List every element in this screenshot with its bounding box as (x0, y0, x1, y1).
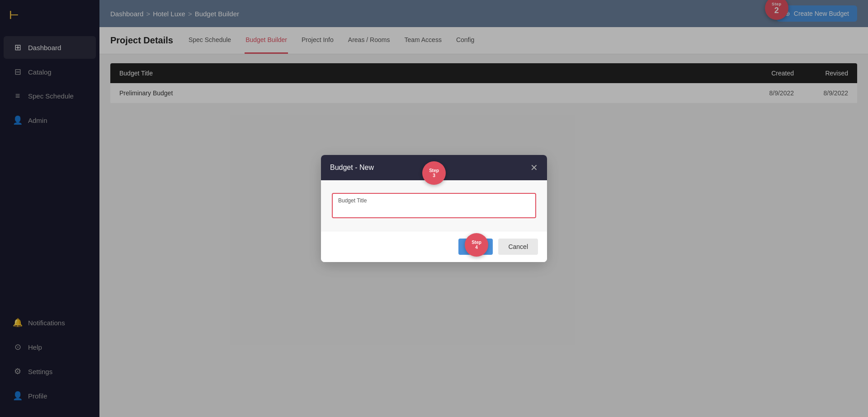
modal-overlay: Budget - New ✕ Step 3 Budget Title Step … (0, 0, 868, 417)
budget-new-modal: Budget - New ✕ Step 3 Budget Title Step … (321, 155, 547, 262)
modal-close-button[interactable]: ✕ (530, 163, 538, 172)
modal-title: Budget - New (330, 164, 374, 172)
modal-body: Step 3 Budget Title (321, 180, 547, 231)
budget-title-input-wrapper: Budget Title (332, 193, 536, 218)
step-3-badge: Step 3 (422, 161, 446, 185)
modal-footer: Step 4 Save Cancel (321, 231, 547, 262)
budget-title-label: Budget Title (338, 197, 367, 204)
cancel-button[interactable]: Cancel (498, 239, 538, 255)
step-4-badge: Step 4 (465, 233, 488, 257)
